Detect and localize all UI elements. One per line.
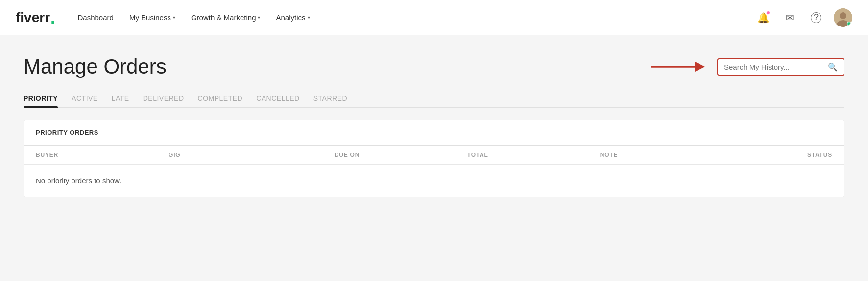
col-total: TOTAL [467,152,600,158]
col-status: STATUS [733,152,832,158]
chevron-down-icon: ▾ [258,15,260,20]
nav-items: Dashboard My Business ▾ Growth & Marketi… [71,9,751,26]
col-gig: GIG [169,152,335,158]
chevron-down-icon: ▾ [173,15,175,20]
tab-priority[interactable]: PRIORITY [24,94,58,107]
notification-dot [766,11,770,15]
avatar[interactable] [834,8,852,27]
arrow-annotation [649,57,707,77]
nav-item-dashboard[interactable]: Dashboard [71,9,121,26]
help-button[interactable]: ? [807,9,825,26]
orders-table-header: BUYER GIG DUE ON TOTAL NOTE STATUS [24,146,844,165]
orders-card: PRIORITY ORDERS BUYER GIG DUE ON TOTAL N… [24,120,844,197]
help-icon: ? [811,12,821,23]
orders-empty-message: No priority orders to show. [24,165,844,197]
col-buyer: BUYER [36,152,169,158]
tab-cancelled[interactable]: CANCELLED [256,94,300,107]
search-icon: 🔍 [828,62,838,72]
main-content: Manage Orders 🔍 PRIORITY ACTIVE LAT [0,35,868,281]
navbar: fiverr. Dashboard My Business ▾ Growth &… [0,0,868,35]
mail-button[interactable]: ✉ [781,9,798,26]
order-tabs: PRIORITY ACTIVE LATE DELIVERED COMPLETED… [24,94,844,108]
orders-card-header: PRIORITY ORDERS [24,120,844,146]
tab-delivered[interactable]: DELIVERED [143,94,184,107]
tab-completed[interactable]: COMPLETED [198,94,243,107]
tab-late[interactable]: LATE [112,94,129,107]
page-title: Manage Orders [24,55,167,78]
notification-button[interactable]: 🔔 [754,9,772,26]
mail-icon: ✉ [786,12,794,24]
tab-active[interactable]: ACTIVE [72,94,98,107]
online-status-dot [847,22,851,26]
nav-item-analytics[interactable]: Analytics ▾ [269,9,316,26]
chevron-down-icon: ▾ [308,15,310,20]
svg-point-1 [840,12,846,19]
tab-starred[interactable]: STARRED [313,94,347,107]
search-box[interactable]: 🔍 [717,58,844,76]
svg-marker-4 [695,62,705,72]
page-header: Manage Orders 🔍 [24,55,844,78]
col-note: NOTE [600,152,733,158]
col-due-on: DUE ON [335,152,467,158]
search-area: 🔍 [649,57,844,77]
logo-text: fiverr [16,10,50,26]
nav-right: 🔔 ✉ ? [754,8,852,27]
nav-item-growth-marketing[interactable]: Growth & Marketing ▾ [184,9,267,26]
search-input[interactable] [724,63,824,71]
nav-item-my-business[interactable]: My Business ▾ [122,9,182,26]
arrow-icon [649,57,707,77]
fiverr-logo[interactable]: fiverr. [16,10,55,26]
